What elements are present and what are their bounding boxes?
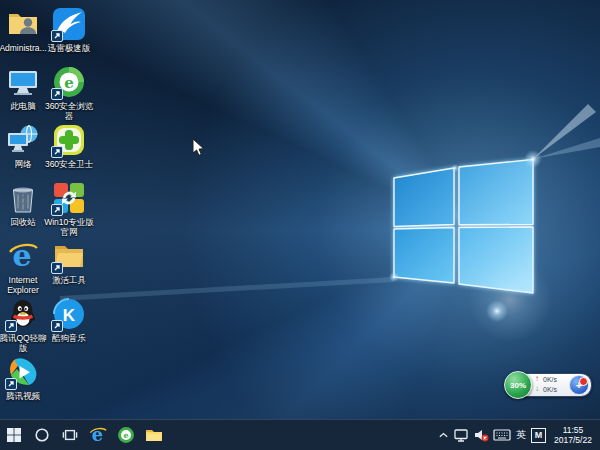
clock-time: 11:55 [550, 425, 596, 435]
recycle-bin-icon [6, 181, 40, 215]
download-arrow-icon: ↓ [535, 384, 543, 394]
desktop-icon-label: 腾讯QQ轻聊版 [0, 333, 49, 353]
file-explorer-icon [145, 427, 163, 443]
taskbar: e e [0, 419, 600, 450]
administrator-icon [6, 7, 40, 41]
download-rate-value: 0K/s [543, 386, 557, 393]
kugou-music-icon: K [52, 297, 86, 331]
volume-muted-icon [473, 427, 489, 443]
ime-language-indicator[interactable]: 英 [515, 428, 527, 442]
keyboard-icon [493, 428, 511, 442]
desktop-icon-internet-explorer[interactable]: eInternet Explorer [1, 239, 45, 295]
tray-expand-button[interactable] [438, 420, 449, 450]
windows-desktop: Administra...迅雷极速版此电脑e360安全浏览器网络360安全卫士回… [0, 0, 600, 450]
win10-site-icon [52, 181, 86, 215]
desktop-icon-360-safe[interactable]: 360安全卫士 [47, 123, 91, 169]
system-tray: 英 M 11:55 2017/5/22 [438, 420, 600, 450]
desktop-icon-label: 网络 [0, 159, 49, 169]
shortcut-arrow-icon [5, 320, 17, 332]
desktop-icon-win10-site[interactable]: Win10专业版官网 [47, 181, 91, 237]
desktop-icon-thunder[interactable]: 迅雷极速版 [47, 7, 91, 53]
shortcut-arrow-icon [51, 30, 63, 42]
svg-text:K: K [63, 306, 76, 325]
desktop-icon-label: 此电脑 [0, 101, 49, 111]
taskbar-360-browser[interactable]: e [112, 420, 140, 450]
shortcut-arrow-icon [51, 204, 63, 216]
taskbar-file-explorer[interactable] [140, 420, 168, 450]
internet-explorer-icon: e [6, 239, 40, 273]
svg-text:e: e [64, 74, 74, 92]
desktop-icon-administrator[interactable]: Administra... [1, 7, 45, 53]
taskbar-clock[interactable]: 11:55 2017/5/22 [550, 425, 596, 445]
desktop-icon-label: 激活工具 [43, 275, 95, 285]
desktop-icon-this-pc[interactable]: 此电脑 [1, 65, 45, 111]
desktop-icon-label: Internet Explorer [0, 275, 49, 295]
taskbar-internet-explorer[interactable]: e [84, 420, 112, 450]
qq-light-icon [6, 297, 40, 331]
clock-date: 2017/5/22 [550, 435, 596, 445]
shortcut-arrow-icon [51, 146, 63, 158]
upload-rate-row: ↑ 0K/s [535, 374, 557, 384]
svg-text:e: e [123, 431, 128, 440]
upload-arrow-icon: ↑ [535, 374, 543, 384]
this-pc-icon [6, 65, 40, 99]
chevron-up-icon [438, 431, 449, 439]
360-speedball-widget[interactable]: 30% ↑ 0K/s ↓ 0K/s + [504, 371, 592, 398]
shortcut-arrow-icon [51, 262, 63, 274]
desktop-icon-label: Win10专业版官网 [43, 217, 95, 237]
speedball-boost-button[interactable]: + [569, 375, 589, 395]
ime-mode-indicator[interactable]: M [531, 428, 546, 443]
activation-tool-icon [52, 239, 86, 273]
desktop-icon-360-browser[interactable]: e360安全浏览器 [47, 65, 91, 121]
touch-keyboard-button[interactable] [493, 420, 511, 450]
volume-button[interactable] [473, 420, 489, 450]
task-view-icon [62, 427, 78, 443]
search-circle-icon [34, 427, 50, 443]
desktop-icon-label: 360安全卫士 [43, 159, 95, 169]
network-icon [6, 123, 40, 157]
shortcut-arrow-icon [51, 320, 63, 332]
download-rate-row: ↓ 0K/s [535, 384, 557, 394]
desktop-icon-kugou-music[interactable]: K酷狗音乐 [47, 297, 91, 343]
speedball-memory-percent[interactable]: 30% [504, 371, 532, 399]
shortcut-arrow-icon [51, 88, 63, 100]
mouse-cursor [192, 138, 205, 157]
start-button[interactable] [0, 420, 28, 450]
desktop-icon-qq-light[interactable]: 腾讯QQ轻聊版 [1, 297, 45, 353]
desktop-icon-label: 360安全浏览器 [43, 101, 95, 121]
shortcut-arrow-icon [5, 378, 17, 390]
windows-logo-icon [6, 427, 22, 443]
desktop-icon-label: Administra... [0, 43, 49, 53]
task-view-button[interactable] [56, 420, 84, 450]
360-browser-icon: e [52, 65, 86, 99]
cortana-search-button[interactable] [28, 420, 56, 450]
desktop-icon-recycle-bin[interactable]: 回收站 [1, 181, 45, 227]
desktop-icon-label: 腾讯视频 [0, 391, 49, 401]
desktop-icon-network[interactable]: 网络 [1, 123, 45, 169]
desktop-icon-label: 迅雷极速版 [43, 43, 95, 53]
360-safe-icon [52, 123, 86, 157]
360-browser-icon: e [117, 426, 135, 444]
thunder-icon [52, 7, 86, 41]
upload-rate-value: 0K/s [543, 376, 557, 383]
notification-badge [579, 377, 588, 386]
network-icon [453, 427, 469, 443]
network-status-button[interactable] [453, 420, 469, 450]
internet-explorer-icon: e [88, 425, 108, 445]
desktop-icon-label: 酷狗音乐 [43, 333, 95, 343]
desktop-icon-tencent-video[interactable]: 腾讯视频 [1, 355, 45, 401]
desktop-icon-activation-tool[interactable]: 激活工具 [47, 239, 91, 285]
desktop-icon-label: 回收站 [0, 217, 49, 227]
tencent-video-icon [6, 355, 40, 389]
